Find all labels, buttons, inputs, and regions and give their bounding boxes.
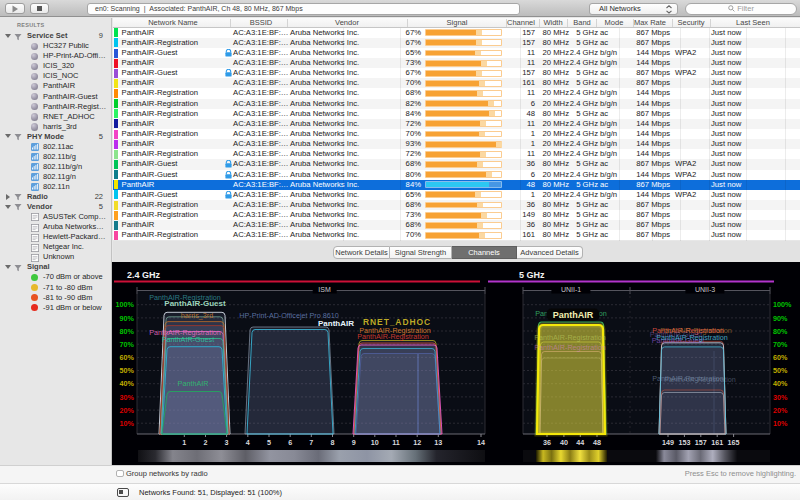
svg-text:11: 11 xyxy=(392,438,400,447)
svg-text:9: 9 xyxy=(352,438,356,447)
svg-text:90%: 90% xyxy=(773,314,788,323)
svg-text:harris_3rd: harris_3rd xyxy=(181,311,213,320)
svg-text:165: 165 xyxy=(728,438,740,447)
svg-text:60%: 60% xyxy=(773,353,788,362)
svg-text:ISM: ISM xyxy=(318,286,331,293)
svg-text:20%: 20% xyxy=(773,406,788,415)
svg-text:36: 36 xyxy=(543,438,551,447)
svg-text:14: 14 xyxy=(477,438,485,447)
svg-text:PanthAIR-Registration: PanthAIR-Registration xyxy=(357,332,429,341)
svg-text:PanthAIR-Registration: PanthAIR-Registration xyxy=(664,375,736,384)
svg-text:1: 1 xyxy=(182,438,186,447)
svg-text:PanthAIR-Guest: PanthAIR-Guest xyxy=(162,335,214,344)
svg-text:PanthAIR-Registration: PanthAIR-Registration xyxy=(534,333,606,342)
svg-text:161: 161 xyxy=(711,438,723,447)
svg-text:80%: 80% xyxy=(773,327,788,336)
svg-text:153: 153 xyxy=(678,438,690,447)
svg-text:UNII-1: UNII-1 xyxy=(561,286,581,293)
svg-text:10%: 10% xyxy=(120,419,135,428)
svg-text:2: 2 xyxy=(204,438,208,447)
svg-text:90%: 90% xyxy=(120,314,135,323)
svg-text:7: 7 xyxy=(309,438,313,447)
svg-text:50%: 50% xyxy=(120,366,135,375)
svg-text:PanthAIR: PanthAIR xyxy=(318,319,354,328)
svg-text:30%: 30% xyxy=(120,393,135,402)
svg-text:12: 12 xyxy=(413,438,421,447)
svg-text:PanthAIR-Registration: PanthAIR-Registration xyxy=(534,343,606,352)
svg-text:4: 4 xyxy=(246,438,250,447)
svg-text:80%: 80% xyxy=(120,327,135,336)
svg-text:PanthAIR-Guest: PanthAIR-Guest xyxy=(164,299,226,308)
svg-text:8: 8 xyxy=(331,438,335,447)
svg-text:5 GHz: 5 GHz xyxy=(519,270,545,280)
svg-text:20%: 20% xyxy=(120,406,135,415)
svg-text:PanthAIR-Guest: PanthAIR-Guest xyxy=(650,330,702,339)
svg-text:3: 3 xyxy=(225,438,229,447)
svg-text:5: 5 xyxy=(267,438,271,447)
svg-text:30%: 30% xyxy=(773,393,788,402)
svg-text:40%: 40% xyxy=(773,379,788,388)
svg-text:100%: 100% xyxy=(773,300,792,309)
svg-text:PanthAIR: PanthAIR xyxy=(178,379,209,388)
svg-text:6: 6 xyxy=(288,438,292,447)
svg-text:UNII-3: UNII-3 xyxy=(695,286,715,293)
svg-text:40: 40 xyxy=(560,438,568,447)
svg-text:44: 44 xyxy=(576,438,584,447)
svg-text:PanthAIR: PanthAIR xyxy=(553,310,594,320)
svg-text:149: 149 xyxy=(662,438,674,447)
svg-text:10%: 10% xyxy=(773,419,788,428)
svg-text:48: 48 xyxy=(593,438,601,447)
svg-text:70%: 70% xyxy=(120,340,135,349)
svg-text:157: 157 xyxy=(695,438,707,447)
svg-text:10: 10 xyxy=(371,438,379,447)
svg-text:2.4 GHz: 2.4 GHz xyxy=(127,270,161,280)
svg-text:13: 13 xyxy=(434,438,442,447)
svg-text:100%: 100% xyxy=(116,300,135,309)
svg-text:40%: 40% xyxy=(120,379,135,388)
svg-text:60%: 60% xyxy=(120,353,135,362)
svg-text:50%: 50% xyxy=(773,366,788,375)
svg-text:70%: 70% xyxy=(773,340,788,349)
